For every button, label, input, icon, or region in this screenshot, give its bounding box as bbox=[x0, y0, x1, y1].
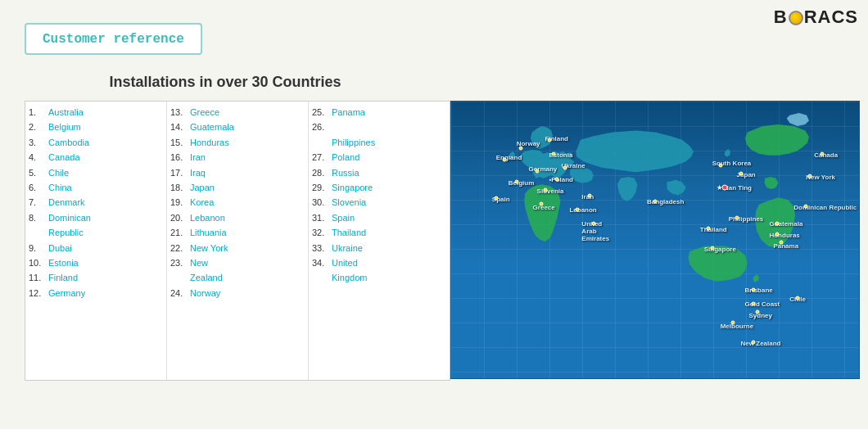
list-item: 33.Ukraine bbox=[312, 242, 446, 255]
world-map: Norway Finland Estonia England Germany B… bbox=[450, 101, 860, 379]
list-item: 2.Belgium bbox=[29, 121, 163, 133]
map-dot-japan bbox=[739, 171, 743, 175]
map-dot-canada bbox=[821, 152, 825, 156]
map-label-greece: Greece bbox=[533, 204, 555, 211]
map-dot-poland bbox=[555, 177, 559, 181]
list-item: 12.Germany bbox=[29, 287, 163, 300]
list-item: 34.United bbox=[312, 257, 446, 269]
map-dot-germany bbox=[535, 169, 539, 173]
list-item: 3.Cambodia bbox=[29, 137, 163, 149]
list-item: 21.Lithuania bbox=[170, 227, 305, 239]
map-dot-gold-coast bbox=[751, 301, 755, 305]
map-dot-finland bbox=[547, 138, 551, 142]
list-item: Philippines bbox=[312, 137, 446, 149]
map-dot-thailand bbox=[706, 227, 710, 231]
map-dot-slovenia bbox=[543, 188, 547, 192]
list-item: 16.Iran bbox=[170, 151, 305, 164]
map-label-new-zealand: New Zealand bbox=[741, 340, 781, 347]
map-dot-belgium bbox=[514, 180, 518, 184]
list-item: 6.China bbox=[29, 182, 163, 194]
map-label-germany: Germany bbox=[529, 165, 558, 173]
map-label-gold-coast: Gold Coast bbox=[745, 300, 780, 308]
map-dot-bangladesh bbox=[653, 199, 658, 203]
list-item: 26. bbox=[312, 121, 446, 133]
list-item: 9.Dubai bbox=[29, 242, 163, 255]
map-label-dominican: Dominican Republic bbox=[793, 204, 857, 211]
country-column-2: 13.Greece 14.Guatemala 15.Honduras 16.Ir… bbox=[167, 102, 309, 380]
list-item: 24.Norway bbox=[170, 287, 305, 300]
map-dot-new-zealand bbox=[751, 341, 755, 345]
main-content: Installations in over 30 Countries 1.Aus… bbox=[25, 74, 860, 381]
logo-text: BRACS bbox=[774, 7, 858, 28]
map-dot-nan-ting bbox=[721, 184, 727, 190]
map-dot-estonia bbox=[551, 152, 555, 156]
map-label-poland: •Poland bbox=[549, 176, 573, 183]
list-item: 29.Singapore bbox=[312, 182, 446, 194]
customer-reference-label: Customer reference bbox=[43, 32, 184, 47]
map-svg bbox=[451, 102, 859, 378]
list-item: Zealand bbox=[170, 272, 305, 284]
logo-o-icon bbox=[789, 11, 803, 25]
map-dot-singapore bbox=[710, 246, 714, 251]
list-item: 25.Panama bbox=[312, 106, 446, 119]
list-item: 15.Honduras bbox=[170, 137, 305, 149]
list-item: 23.New bbox=[170, 257, 305, 269]
list-item: 17.Iraq bbox=[170, 167, 305, 179]
map-dot-norway bbox=[518, 147, 522, 151]
map-label-sydney: Sydney bbox=[749, 312, 772, 319]
list-item: 32.Thailand bbox=[312, 227, 446, 239]
map-dot-guatemala bbox=[775, 221, 780, 225]
map-label-honduras: Honduras bbox=[769, 232, 799, 239]
map-label-england: England bbox=[496, 154, 522, 161]
map-label-philippines: Philippines bbox=[729, 215, 764, 223]
map-dot-england bbox=[502, 157, 506, 161]
list-item: 1.Australia bbox=[29, 106, 163, 119]
list-item: 19.Korea bbox=[170, 196, 305, 209]
map-label-slovenia: Slovenia bbox=[537, 187, 564, 195]
list-item: 30.Slovenia bbox=[312, 196, 446, 209]
list-item: 28.Russia bbox=[312, 167, 446, 179]
list-item: Republic bbox=[29, 227, 163, 239]
map-dot-honduras bbox=[775, 233, 780, 237]
map-label-lebanon: Lebanon bbox=[569, 206, 596, 214]
map-dot-dominican bbox=[804, 205, 808, 209]
map-label-melbourne: Melbourne bbox=[721, 323, 753, 330]
customer-reference-box: Customer reference bbox=[25, 23, 202, 55]
map-label-brisbane: Brisbane bbox=[745, 287, 773, 294]
list-item: 5.Chile bbox=[29, 167, 163, 179]
map-label-belgium: Belgium bbox=[509, 179, 535, 187]
countries-table: 1.Australia 2.Belgium 3.Cambodia 4.Canad… bbox=[25, 101, 450, 381]
countries-columns: 1.Australia 2.Belgium 3.Cambodia 4.Canad… bbox=[25, 102, 450, 380]
list-item: 10.Estonia bbox=[29, 257, 163, 269]
map-dot-chile bbox=[796, 296, 800, 300]
list-item: 14.Guatemala bbox=[170, 121, 305, 133]
list-item: Kingdom bbox=[312, 272, 446, 284]
map-dot-uae bbox=[592, 221, 596, 225]
country-column-1: 1.Australia 2.Belgium 3.Cambodia 4.Canad… bbox=[25, 102, 167, 380]
countries-area: 1.Australia 2.Belgium 3.Cambodia 4.Canad… bbox=[25, 101, 860, 381]
map-dot-lebanon bbox=[576, 207, 580, 211]
list-item: 27.Poland bbox=[312, 151, 446, 164]
map-dot-iran bbox=[588, 193, 592, 197]
map-dot-new-york bbox=[808, 174, 812, 178]
map-label-thailand: Thailand bbox=[700, 226, 727, 233]
map-label-guatemala: Guatemala bbox=[769, 220, 802, 228]
section-title: Installations in over 30 Countries bbox=[25, 74, 426, 91]
map-dot-melbourne bbox=[730, 321, 735, 325]
list-item: 20.Lebanon bbox=[170, 212, 305, 224]
list-item: 13.Greece bbox=[170, 106, 305, 119]
map-dot-ukraine bbox=[563, 166, 567, 170]
map-dot-philippines bbox=[735, 215, 739, 219]
map-label-canada: Canada bbox=[814, 151, 838, 159]
list-item: 4.Canada bbox=[29, 151, 163, 164]
list-item: 22.New York bbox=[170, 242, 305, 255]
list-item: 8.Dominican bbox=[29, 212, 163, 224]
list-item: 31.Spain bbox=[312, 212, 446, 224]
map-label-panama: Panama bbox=[773, 242, 798, 250]
country-column-3: 25.Panama 26. Philippines 27.Poland 28.R… bbox=[309, 102, 450, 380]
map-dot-brisbane bbox=[751, 287, 755, 291]
map-dot-sydney bbox=[755, 309, 759, 314]
map-dot-spain bbox=[494, 196, 498, 201]
map-label-singapore: Singapore bbox=[704, 246, 736, 253]
list-item: 11.Finland bbox=[29, 272, 163, 284]
